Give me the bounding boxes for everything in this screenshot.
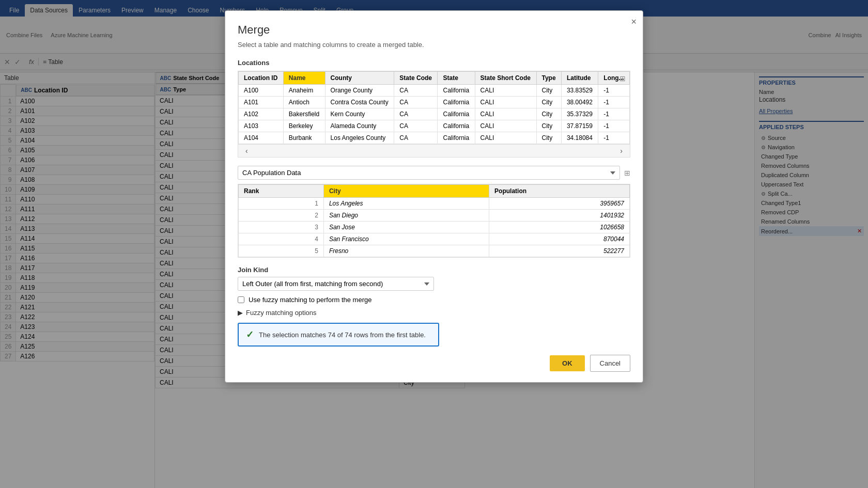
- ft-lat: 37.87159: [561, 120, 598, 132]
- first-table-col-header[interactable]: Latitude: [561, 72, 598, 85]
- ft-state: California: [438, 85, 475, 97]
- ft-lat: 34.18084: [561, 132, 598, 144]
- second-table-select[interactable]: CA Population Data: [238, 166, 620, 180]
- second-merge-table: RankCityPopulation 1 Los Angeles 3959657…: [238, 184, 630, 257]
- first-table-label: Locations: [238, 59, 630, 67]
- first-table-row: A103 Berkeley Alameda County CA Californ…: [239, 120, 630, 132]
- ft-id: A103: [239, 120, 284, 132]
- first-table-row: A100 Anaheim Orange County CA California…: [239, 85, 630, 97]
- ft-lat: 33.83529: [561, 85, 598, 97]
- st-rank: 2: [239, 210, 324, 222]
- dialog-footer: OK Cancel: [238, 355, 630, 372]
- first-table-row: A101 Antioch Contra Costa County CA Cali…: [239, 97, 630, 108]
- st-city: Los Angeles: [323, 198, 489, 210]
- ft-county: Alameda County: [325, 120, 394, 132]
- first-table-row: A102 Bakersfield Kern County CA Californ…: [239, 108, 630, 120]
- second-table-row: 4 San Francisco 870044: [239, 233, 630, 245]
- first-table-col-header[interactable]: State: [438, 72, 475, 85]
- ft-name: Burbank: [283, 132, 325, 144]
- ft-name: Anaheim: [283, 85, 325, 97]
- merge-dialog: × Merge Select a table and matching colu…: [225, 10, 643, 383]
- ft-id: A104: [239, 132, 284, 144]
- ft-id: A100: [239, 85, 284, 97]
- first-table-row: A104 Burbank Los Angeles County CA Calif…: [239, 132, 630, 144]
- fuzzy-check-row: Use fuzzy matching to perform the merge: [238, 296, 630, 304]
- first-table-next-btn[interactable]: ›: [617, 146, 626, 156]
- st-rank: 4: [239, 233, 324, 245]
- ft-lat: 38.00492: [561, 97, 598, 108]
- ft-name: Bakersfield: [283, 108, 325, 120]
- fuzzy-match-checkbox[interactable]: [238, 296, 244, 303]
- ok-button[interactable]: OK: [550, 355, 585, 371]
- ft-long: -1: [598, 120, 630, 132]
- st-population: 1401932: [489, 210, 630, 222]
- first-table-prev-btn[interactable]: ‹: [242, 146, 251, 156]
- ft-state-code: CA: [394, 132, 438, 144]
- st-rank: 1: [239, 198, 324, 210]
- fuzzy-expand-arrow: ▶: [238, 309, 243, 317]
- ft-long: -1: [598, 97, 630, 108]
- ft-long: -1: [598, 108, 630, 120]
- join-kind-select[interactable]: Left Outer (all from first, matching fro…: [238, 277, 434, 291]
- second-table-wrapper: RankCityPopulation 1 Los Angeles 3959657…: [238, 184, 630, 258]
- ft-short: CALI: [475, 85, 536, 97]
- first-table-col-header[interactable]: County: [325, 72, 394, 85]
- first-table-expand-icon[interactable]: ⊞: [619, 74, 626, 83]
- first-table-col-header[interactable]: Location ID: [239, 72, 284, 85]
- dialog-subtitle: Select a table and matching columns to c…: [238, 41, 630, 49]
- ft-lat: 35.37329: [561, 108, 598, 120]
- ft-type: City: [536, 85, 561, 97]
- st-population: 870044: [489, 233, 630, 245]
- ft-state-code: CA: [394, 85, 438, 97]
- ft-id: A101: [239, 97, 284, 108]
- ft-county: Contra Costa County: [325, 97, 394, 108]
- second-table-col-header[interactable]: Rank: [239, 185, 324, 198]
- first-table-wrapper: ⊞ Location IDNameCountyState CodeStateSt…: [238, 71, 630, 158]
- ft-short: CALI: [475, 120, 536, 132]
- second-table-row: 3 San Jose 1026658: [239, 222, 630, 233]
- ft-type: City: [536, 132, 561, 144]
- join-kind-section: Join Kind Left Outer (all from first, ma…: [238, 266, 630, 291]
- dialog-overlay: × Merge Select a table and matching colu…: [0, 0, 868, 488]
- second-table-col-header[interactable]: Population: [489, 185, 630, 198]
- selection-matches-box: ✓ The selection matches 74 of 74 rows fr…: [238, 323, 439, 347]
- first-table-nav: ‹ ›: [238, 144, 630, 157]
- ft-state: California: [438, 132, 475, 144]
- st-city: Fresno: [323, 245, 489, 257]
- first-table-col-header[interactable]: Type: [536, 72, 561, 85]
- second-table-row: 1 Los Angeles 3959657: [239, 198, 630, 210]
- ft-state-code: CA: [394, 97, 438, 108]
- second-table-col-header[interactable]: City: [323, 185, 489, 198]
- ft-county: Kern County: [325, 108, 394, 120]
- ft-short: CALI: [475, 132, 536, 144]
- fuzzy-expand[interactable]: ▶ Fuzzy matching options: [238, 309, 630, 317]
- ft-state-code: CA: [394, 120, 438, 132]
- ft-name: Berkeley: [283, 120, 325, 132]
- ft-state: California: [438, 108, 475, 120]
- st-population: 3959657: [489, 198, 630, 210]
- first-table-col-header[interactable]: Name: [283, 72, 325, 85]
- first-table-col-header[interactable]: State Short Code: [475, 72, 536, 85]
- st-population: 1026658: [489, 222, 630, 233]
- ft-id: A102: [239, 108, 284, 120]
- ft-state: California: [438, 120, 475, 132]
- cancel-button[interactable]: Cancel: [590, 355, 630, 372]
- ft-state-code: CA: [394, 108, 438, 120]
- ft-name: Antioch: [283, 97, 325, 108]
- fuzzy-match-label[interactable]: Use fuzzy matching to perform the merge: [249, 296, 371, 304]
- st-city: San Jose: [323, 222, 489, 233]
- selection-checkmark-icon: ✓: [246, 329, 254, 340]
- st-city: San Diego: [323, 210, 489, 222]
- ft-county: Orange County: [325, 85, 394, 97]
- second-table-row: 5 Fresno 522277: [239, 245, 630, 257]
- ft-type: City: [536, 97, 561, 108]
- dialog-close-button[interactable]: ×: [631, 17, 637, 26]
- ft-long: -1: [598, 132, 630, 144]
- st-rank: 3: [239, 222, 324, 233]
- first-table-col-header[interactable]: State Code: [394, 72, 438, 85]
- ft-state: California: [438, 97, 475, 108]
- ft-short: CALI: [475, 97, 536, 108]
- second-table-expand-icon[interactable]: ⊞: [624, 169, 630, 177]
- st-rank: 5: [239, 245, 324, 257]
- second-table-dropdown-row: CA Population Data ⊞: [238, 166, 630, 180]
